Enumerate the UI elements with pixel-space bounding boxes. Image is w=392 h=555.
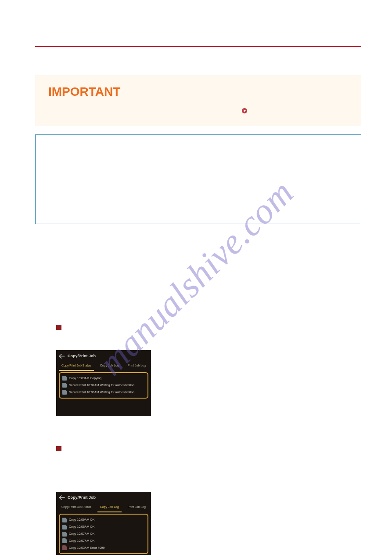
- horizontal-rule: [35, 46, 361, 47]
- screenshot-title: Copy/Print Job: [68, 353, 96, 359]
- sub1-line: Select the document whose status you wan…: [56, 335, 361, 345]
- list-item[interactable]: Copy 10:09AM OK: [61, 516, 146, 523]
- intro-text: You can check the current copy statuses …: [35, 57, 361, 66]
- document-icon: [62, 383, 67, 388]
- sub2-line1: Select the document whose log you want t…: [56, 457, 361, 466]
- tab-copy-job-log[interactable]: Copy Job Log: [97, 362, 122, 371]
- square-bullet-icon: [56, 446, 61, 451]
- document-icon: [62, 525, 67, 530]
- document-icon: [62, 545, 67, 550]
- note-title: NOTE: [45, 143, 351, 154]
- tab-copy-print-status[interactable]: Copy/Print Job Status: [59, 503, 94, 512]
- step-1: 1 Select <Status Monitor>.: [35, 236, 361, 253]
- document-icon: [62, 532, 67, 537]
- list-item[interactable]: Copy 10:03AM Copying: [61, 375, 146, 382]
- important-callout: IMPORTANT When <Display Job Log> is set …: [35, 75, 361, 126]
- screenshot-status: Copy/Print Job Copy/Print Job Status Cop…: [56, 350, 151, 416]
- important-title: IMPORTANT: [48, 85, 348, 99]
- sub2-heading: To check the copy logs: [56, 444, 361, 454]
- link-play-icon: [241, 108, 248, 114]
- list-item[interactable]: Copy 10:03AM Error #099: [61, 544, 146, 551]
- list-item[interactable]: Copy 10:08AM OK: [61, 523, 146, 530]
- note-heading: Useful in the following cases: [45, 160, 351, 170]
- important-link[interactable]: Display Job Log(P. 554): [249, 108, 309, 114]
- section-header: Copying: [35, 26, 361, 33]
- page-number: 207: [0, 538, 392, 544]
- list-item[interactable]: Secure Print 10:02AM Waiting for authent…: [61, 382, 146, 389]
- document-icon: [62, 390, 67, 395]
- step-2: 2 Select <Copy/Print Job>.: [35, 265, 361, 282]
- back-icon[interactable]: [59, 495, 65, 500]
- screenshot-title: Copy/Print Job: [68, 494, 96, 501]
- document-icon: [62, 518, 67, 522]
- tab-copy-job-log[interactable]: Copy Job Log: [97, 503, 122, 512]
- list-item[interactable]: Secure Print 10:03AM Waiting for authent…: [61, 389, 146, 396]
- tab-print-job-log[interactable]: Print Job Log: [125, 362, 148, 371]
- back-icon[interactable]: [59, 354, 65, 359]
- tab-copy-print-status[interactable]: Copy/Print Job Status: [59, 362, 94, 371]
- document-icon: [62, 376, 67, 381]
- step-3: 3 Check the copy statuses and logs. To c…: [35, 294, 361, 555]
- square-bullet-icon: [56, 325, 61, 330]
- sub1-heading: To check the copy statuses: [56, 323, 361, 333]
- note-bullet: When you cannot find your printouts that…: [45, 195, 351, 214]
- sub1-result: ➠ Displays detailed information about th…: [56, 421, 361, 431]
- screenshot-log: Copy/Print Job Copy/Print Job Status Cop…: [56, 492, 151, 555]
- sub2-line2: <OK> is displayed when a document was co…: [56, 467, 361, 486]
- note-callout: NOTE Useful in the following cases When …: [35, 134, 361, 224]
- important-body: When <Display Job Log> is set to <Off>, …: [48, 107, 348, 116]
- note-bullet: When some long time has already passed a…: [45, 173, 351, 192]
- list-item[interactable]: Copy 10:07AM OK: [61, 530, 146, 537]
- tab-print-job-log[interactable]: Print Job Log: [125, 503, 148, 512]
